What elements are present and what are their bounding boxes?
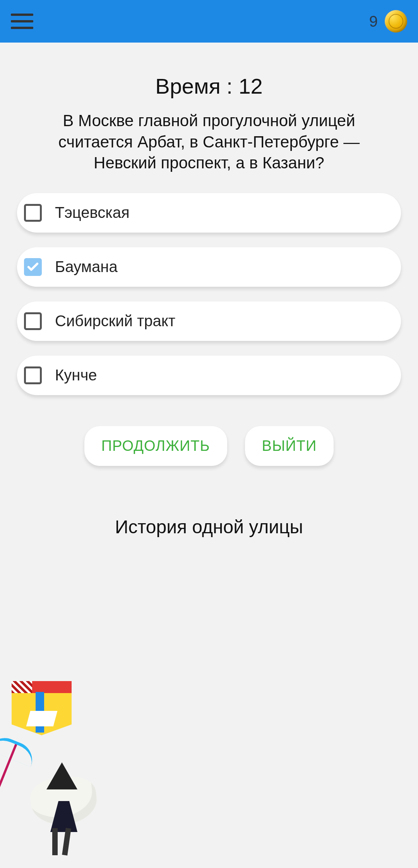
option-label: Кунче [55,366,97,384]
option-3[interactable]: Сибирский тракт [17,301,401,341]
option-2[interactable]: Баумана [17,247,401,287]
checkbox-icon [24,204,42,222]
exit-button[interactable]: ВЫЙТИ [245,426,334,466]
coin-icon [385,10,407,33]
decorative-badges [12,681,108,855]
option-1[interactable]: Тэцевская [17,193,401,233]
section-subtitle: История одной улицы [15,516,403,538]
option-4[interactable]: Кунче [17,356,401,395]
quiz-content: Время : 12 В Москве главной прогулочной … [0,43,418,538]
character-illustration [12,747,108,855]
options-list: Тэцевская Баумана Сибирский тракт Кунче [15,193,403,395]
option-label: Баумана [55,258,118,276]
coin-display: 9 [369,10,407,33]
action-buttons: ПРОДОЛЖИТЬ ВЫЙТИ [15,426,403,466]
checkbox-icon [24,366,42,384]
app-header: 9 [0,0,418,43]
coat-of-arms-icon [12,681,72,735]
continue-button[interactable]: ПРОДОЛЖИТЬ [84,426,227,466]
option-label: Сибирский тракт [55,312,175,330]
menu-icon[interactable] [11,14,33,29]
checkbox-icon [24,258,42,276]
question-text: В Москве главной прогулочной улицей счит… [15,110,403,174]
option-label: Тэцевская [55,204,130,221]
timer-label: Время : 12 [15,74,403,99]
coin-count: 9 [369,13,378,30]
checkbox-icon [24,312,42,330]
